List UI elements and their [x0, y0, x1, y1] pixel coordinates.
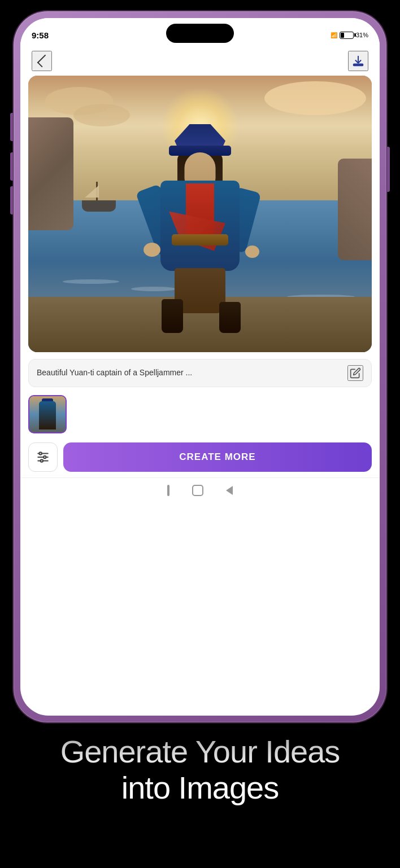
battery-fill: [341, 33, 345, 38]
phone-device: 9:58 📶 31%: [14, 11, 386, 722]
tagline-line1: Generate Your Ideas: [60, 734, 340, 770]
tagline-section: Generate Your Ideas into Images: [49, 734, 351, 806]
thumb-inner-1: [29, 396, 66, 432]
bottom-action-row: CREATE MORE: [20, 439, 380, 477]
home-button-icon[interactable]: [192, 485, 203, 496]
ship-hull: [82, 200, 116, 212]
status-bar: 9:58 📶 31%: [20, 18, 380, 46]
prompt-text: Beautiful Yuan-ti captain of a Spelljamm…: [37, 367, 342, 379]
status-time: 9:58: [32, 30, 49, 40]
svg-point-4: [40, 452, 42, 454]
svg-point-5: [44, 456, 46, 458]
edit-prompt-button[interactable]: [347, 365, 363, 381]
prompt-input-row: Beautiful Yuan-ti captain of a Spelljamm…: [28, 359, 372, 387]
sliders-icon: [36, 450, 50, 464]
char-boot-left: [162, 299, 183, 333]
phone-screen: 9:58 📶 31%: [20, 18, 380, 716]
thumbnail-1[interactable]: [28, 395, 67, 433]
download-button[interactable]: [348, 51, 368, 71]
wave-1: [63, 279, 119, 284]
prompt-section: Beautiful Yuan-ti captain of a Spelljamm…: [20, 352, 380, 392]
ship: [79, 181, 119, 212]
svg-rect-0: [354, 64, 363, 66]
thumb-char: [39, 401, 56, 429]
char-hand-left: [144, 243, 160, 257]
rock-right: [338, 159, 372, 260]
settings-button[interactable]: [28, 442, 58, 472]
home-indicator-bar: [20, 477, 380, 502]
cloud-3: [73, 104, 130, 126]
nav-bar: [20, 46, 380, 76]
char-belt: [172, 234, 228, 246]
status-icons: 📶 31%: [331, 32, 368, 39]
svg-point-6: [41, 459, 43, 462]
back-indicator-icon[interactable]: [226, 486, 233, 495]
back-button[interactable]: [32, 51, 52, 71]
create-more-label: CREATE MORE: [179, 451, 255, 463]
tagline-line2: into Images: [60, 770, 340, 806]
download-icon: [352, 55, 364, 67]
hero-image-canvas: [28, 76, 372, 352]
char-boot-right: [219, 302, 241, 333]
thumbnails-section: [20, 392, 380, 439]
battery-icon: [340, 32, 354, 39]
signal-icon: 📶: [331, 32, 337, 38]
create-more-button[interactable]: CREATE MORE: [63, 442, 372, 472]
hero-image-container: [28, 76, 372, 352]
gesture-bar-icon: [167, 485, 169, 496]
back-chevron-icon: [37, 55, 50, 68]
dynamic-island: [166, 24, 234, 43]
char-hand-right: [245, 246, 259, 258]
battery-percent: 31%: [356, 32, 368, 38]
phone-shell: 9:58 📶 31%: [14, 11, 386, 722]
cloud-2: [264, 81, 366, 115]
character-figure: [138, 124, 262, 339]
rock-left: [28, 117, 73, 230]
edit-icon: [350, 367, 361, 379]
